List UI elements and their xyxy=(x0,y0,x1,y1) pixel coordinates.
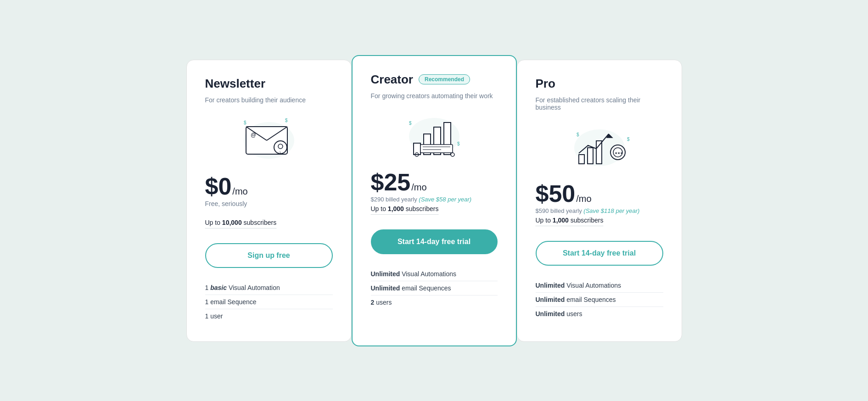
cta-button-creator[interactable]: Start 14-day free trial xyxy=(371,229,498,254)
feature-item-pro-0: Unlimited Visual Automations xyxy=(536,278,663,293)
price-row-creator: $25/mo xyxy=(371,170,498,194)
svg-text:$: $ xyxy=(409,121,412,126)
svg-rect-15 xyxy=(420,145,453,153)
price-amount-creator: $25 xyxy=(371,170,411,194)
price-row-newsletter: $0/mo xyxy=(205,174,333,198)
subscribers-line-newsletter: Up to 10,000 subscribers xyxy=(205,219,277,228)
price-billed-creator: $290 billed yearly (Save $58 per year) xyxy=(371,196,498,203)
features-list-creator: Unlimited Visual AutomationsUnlimited em… xyxy=(371,267,498,327)
cta-button-pro[interactable]: Start 14-day free trial xyxy=(536,241,663,266)
subscribers-section-creator: Up to 1,000 subscribers xyxy=(371,205,498,226)
plan-name-pro: Pro xyxy=(536,77,555,91)
feature-item-creator-0: Unlimited Visual Automations xyxy=(371,267,498,281)
svg-text:$: $ xyxy=(577,132,579,137)
svg-rect-23 xyxy=(579,155,584,164)
svg-text:$: $ xyxy=(627,137,630,142)
price-amount-newsletter: $0 xyxy=(205,174,232,198)
pricing-card-pro: ProFor established creators scaling thei… xyxy=(517,60,682,342)
price-tagline-newsletter: Free, seriously xyxy=(205,200,333,208)
svg-text:@: @ xyxy=(251,132,256,138)
svg-rect-25 xyxy=(596,141,602,164)
subscribers-line-creator: Up to 1,000 subscribers xyxy=(371,205,439,215)
feature-item-newsletter-0: 1 basic Visual Automation xyxy=(205,281,333,295)
plan-name-creator: Creator xyxy=(371,72,413,87)
svg-point-19 xyxy=(451,153,454,156)
plan-illustration-creator: $ $ xyxy=(398,109,471,159)
price-period-newsletter: /mo xyxy=(232,186,247,197)
price-period-creator: /mo xyxy=(411,182,426,193)
price-period-pro: /mo xyxy=(576,194,591,204)
subscribers-section-pro: Up to 1,000 subscribers xyxy=(536,216,663,237)
plan-illustration-pro: ★★★ $ $ xyxy=(563,120,636,171)
svg-text:★★★: ★★★ xyxy=(615,151,623,155)
feature-item-newsletter-2: 1 user xyxy=(205,309,333,323)
plan-illustration-newsletter: :) @ $ $ xyxy=(232,113,306,163)
plan-subtitle-pro: For established creators scaling their b… xyxy=(536,96,663,111)
svg-rect-24 xyxy=(588,148,593,164)
price-billed-pro: $590 billed yearly (Save $118 per year) xyxy=(536,207,663,214)
plan-subtitle-creator: For growing creators automating their wo… xyxy=(371,92,498,100)
subscribers-section-newsletter: Up to 10,000 subscribers xyxy=(205,218,333,239)
plan-name-newsletter: Newsletter xyxy=(205,77,266,91)
pricing-section: NewsletterFor creators building their au… xyxy=(159,55,710,346)
subscribers-line-pro: Up to 1,000 subscribers xyxy=(536,217,604,226)
price-amount-pro: $50 xyxy=(536,182,576,206)
feature-item-pro-1: Unlimited email Sequences xyxy=(536,293,663,307)
price-row-pro: $50/mo xyxy=(536,182,663,206)
svg-text:$: $ xyxy=(457,141,460,146)
pricing-card-newsletter: NewsletterFor creators building their au… xyxy=(186,60,352,342)
plan-subtitle-newsletter: For creators building their audience xyxy=(205,96,333,104)
pricing-card-creator: CreatorRecommendedFor growing creators a… xyxy=(352,55,517,346)
feature-item-pro-2: Unlimited users xyxy=(536,307,663,321)
features-list-pro: Unlimited Visual AutomationsUnlimited em… xyxy=(536,278,663,323)
features-list-newsletter: 1 basic Visual Automation1 email Sequenc… xyxy=(205,281,333,323)
feature-item-creator-2: 2 users xyxy=(371,295,498,309)
feature-item-creator-1: Unlimited email Sequences xyxy=(371,281,498,295)
feature-item-newsletter-1: 1 email Sequence xyxy=(205,295,333,309)
svg-text:$: $ xyxy=(285,118,288,123)
svg-text:$: $ xyxy=(244,120,246,125)
svg-text::): :) xyxy=(279,150,281,155)
cta-button-newsletter[interactable]: Sign up free xyxy=(205,243,333,268)
recommended-badge: Recommended xyxy=(419,74,470,84)
